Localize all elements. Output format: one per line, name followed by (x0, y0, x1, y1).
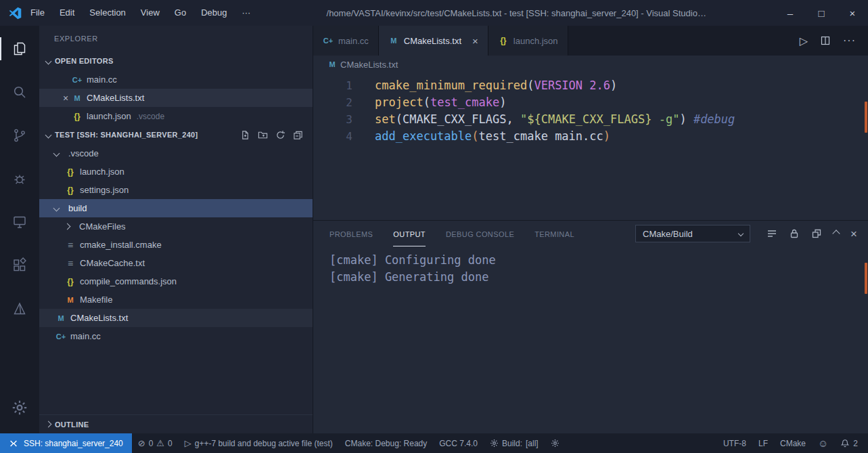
sidebar-empty-space (39, 345, 313, 414)
menu-item[interactable]: Selection (82, 0, 133, 26)
tab-label: main.cc (338, 36, 369, 46)
explorer-icon[interactable] (0, 31, 39, 66)
menu-item[interactable]: Go (167, 0, 193, 26)
output-line: [cmake] Configuring done (329, 252, 868, 269)
line-text: cmake_minimum_required(VERSION 2.6) (352, 77, 617, 94)
close-panel-icon[interactable]: × (850, 228, 857, 240)
refresh-icon[interactable] (275, 130, 285, 140)
menu-item[interactable]: Debug (193, 0, 234, 26)
tree-item[interactable]: ≡ cmake_install.cmake (39, 236, 313, 254)
split-editor-icon[interactable] (820, 35, 831, 46)
open-in-editor-icon[interactable] (811, 228, 822, 239)
breadcrumb[interactable]: M CMakeLists.txt (313, 56, 868, 73)
status-bar-right: UTF-8 LF CMake ☺ 2 (717, 433, 868, 453)
debug-target-button[interactable] (545, 433, 566, 453)
new-folder-icon[interactable] (258, 130, 268, 140)
tree-item[interactable]: ≡ CMakeCache.txt (39, 254, 313, 272)
search-icon[interactable] (0, 74, 39, 110)
open-editor-item[interactable]: C+ main.cc (39, 70, 313, 89)
cmake-status[interactable]: CMake: Debug: Ready (339, 433, 433, 453)
open-editors-label: OPEN EDITORS (55, 57, 114, 65)
panel-tab[interactable]: DEBUG CONSOLE (446, 221, 514, 246)
code-line: 1cmake_minimum_required(VERSION 2.6) (313, 77, 868, 94)
menu-item[interactable]: Edit (52, 0, 82, 26)
encoding-status[interactable]: UTF-8 (717, 433, 752, 453)
build-label: Build: (502, 439, 522, 448)
output-channel-dropdown[interactable]: CMake/Build (635, 225, 750, 242)
eol-status[interactable]: LF (752, 433, 774, 453)
status-bar: SSH: shanghai_server_240 ⊘ 0 ⚠ 0 ▷ g++-7… (0, 433, 868, 453)
workbench: EXPLORER OPEN EDITORS C+ main.cc × M (0, 26, 868, 433)
problems-status[interactable]: ⊘ 0 ⚠ 0 (132, 433, 179, 453)
menu-bar: FileEditSelectionViewGoDebug··· (23, 0, 258, 26)
file-type-icon: C+ (323, 37, 334, 45)
maximize-icon[interactable]: □ (806, 0, 837, 26)
tree-item[interactable]: C+ main.cc (39, 327, 313, 345)
tree-item[interactable]: build (39, 199, 313, 217)
close-editor-icon[interactable]: × (60, 93, 72, 104)
panel-tabs: PROBLEMSOUTPUTDEBUG CONSOLETERMINAL (329, 221, 574, 246)
extensions-icon[interactable] (0, 248, 39, 283)
run-file-icon[interactable]: ▷ (800, 35, 808, 47)
eol-label: LF (758, 439, 768, 448)
clear-output-icon[interactable] (767, 228, 777, 239)
tree-item-label: build (68, 203, 87, 213)
file-type-icon: {} (498, 36, 509, 45)
manage-gear-icon[interactable] (0, 390, 39, 425)
output-console[interactable]: [cmake] Configuring done[cmake] Generati… (313, 246, 868, 433)
code-editor[interactable]: 1cmake_minimum_required(VERSION 2.6) 2pr… (313, 73, 868, 220)
menu-item[interactable]: File (23, 0, 52, 26)
debug-launch-status[interactable]: ▷ g++-7 build and debug active file (tes… (179, 433, 339, 453)
close-tab-icon[interactable]: × (472, 35, 478, 47)
line-text: project(test_cmake) (352, 94, 507, 111)
feedback-smiley-icon[interactable]: ☺ (812, 433, 834, 453)
language-mode-status[interactable]: CMake (774, 433, 812, 453)
remote-explorer-icon[interactable] (0, 204, 39, 240)
scroll-lock-icon[interactable] (789, 228, 800, 239)
menu-item[interactable]: ··· (234, 0, 258, 26)
notifications-bell[interactable]: 2 (834, 433, 864, 453)
tab-cmakelists-txt[interactable]: M CMakeLists.txt × (379, 26, 488, 56)
menu-item[interactable]: View (133, 0, 167, 26)
outline-header[interactable]: OUTLINE (39, 414, 313, 433)
tree-item[interactable]: {} compile_commands.json (39, 272, 313, 290)
remote-indicator[interactable]: SSH: shanghai_server_240 (0, 433, 132, 453)
panel-tab[interactable]: TERMINAL (534, 221, 574, 246)
tree-item[interactable]: CMakeFiles (39, 217, 313, 236)
file-name: launch.json (87, 111, 131, 121)
panel-tab[interactable]: OUTPUT (393, 221, 426, 246)
maximize-panel-icon[interactable] (832, 230, 840, 237)
compiler-kit-status[interactable]: GCC 7.4.0 (433, 433, 484, 453)
collapse-all-icon[interactable] (293, 130, 303, 140)
open-editor-item[interactable]: {} launch.json .vscode (39, 107, 313, 125)
file-type-icon: {} (72, 112, 83, 121)
tab-launch-json[interactable]: {} launch.json (488, 26, 568, 56)
new-file-icon[interactable] (240, 130, 250, 140)
code-line: 4add_executable(test_cmake main.cc) (313, 128, 868, 145)
editor-actions: ▷ ··· (800, 26, 868, 56)
tab-main-cc[interactable]: C+ main.cc (313, 26, 379, 56)
minimize-icon[interactable]: – (775, 0, 806, 26)
cmake-tools-icon[interactable] (0, 291, 39, 326)
tree-item[interactable]: M Makefile (39, 290, 313, 309)
open-editors-header[interactable]: OPEN EDITORS (39, 51, 313, 70)
tree-item[interactable]: {} launch.json (39, 163, 313, 181)
source-control-icon[interactable] (0, 118, 39, 153)
tree-item[interactable]: M CMakeLists.txt (39, 309, 313, 327)
panel-tab[interactable]: PROBLEMS (329, 221, 373, 246)
error-count: 0 (149, 439, 154, 448)
tree-item-label: CMakeLists.txt (70, 313, 128, 323)
tree-item-label: cmake_install.cmake (80, 240, 162, 250)
chevron-down-icon (45, 131, 52, 138)
run-and-debug-icon[interactable] (0, 161, 39, 196)
file-type-icon: ≡ (65, 258, 76, 269)
panel-header: PROBLEMSOUTPUTDEBUG CONSOLETERMINAL CMak… (313, 221, 868, 246)
more-actions-icon[interactable]: ··· (843, 35, 856, 47)
workspace-tree-header[interactable]: TEST [SSH: SHANGHAI_SERVER_240] (39, 125, 313, 144)
tree-item[interactable]: {} settings.json (39, 181, 313, 199)
tree-item-label: main.cc (70, 331, 101, 341)
build-button[interactable]: Build: [all] (484, 433, 545, 453)
tree-item[interactable]: .vscode (39, 144, 313, 163)
close-window-icon[interactable]: × (837, 0, 868, 26)
open-editor-item[interactable]: × M CMakeLists.txt (39, 89, 313, 107)
